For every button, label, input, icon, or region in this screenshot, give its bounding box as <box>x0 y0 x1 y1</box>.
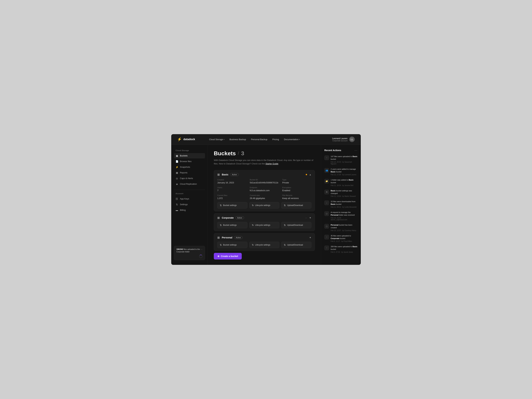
main-layout: Cloud Storage ▦ Buckets 📄 Browse files ⚡… <box>171 145 361 265</box>
upload-download-btn-personal[interactable]: ⇅ Upload/Download <box>281 242 311 248</box>
alert-icon: ◎ <box>176 177 178 180</box>
nav-documentation[interactable]: Documentation ▾ <box>282 137 302 142</box>
bucket-details-basic: Created: January 16, 2023 Bucket ID: 5d1… <box>214 179 315 202</box>
bucket-settings-btn-personal[interactable]: ⇅ Bucket settings <box>217 242 247 248</box>
action-text: A request to manage the Personal folder … <box>331 211 357 216</box>
bucket-header-personal: ▦ Personal Active ▼ <box>214 233 315 242</box>
bucket-name-basic: Basic <box>222 173 228 176</box>
action-text: 289 files were uploaded to Basic bucket <box>331 245 357 251</box>
sidebar-item-app-keys[interactable]: ⚿ App Keys <box>174 196 205 202</box>
page-header: Buckets / 3 <box>214 150 315 157</box>
sidebar-item-buckets[interactable]: ▦ Buckets <box>174 153 205 158</box>
action-meta: Feb 10, 12:57 · by Courtney Henry <box>331 230 357 231</box>
upload-download-icon: ⇅ <box>284 244 286 246</box>
header: ⚡ datadock Cloud Storage ▾ Business Back… <box>171 134 361 145</box>
bucket-action-buttons-basic: ⇅ Bucket settings ↻ Lifecycle settings ⇅… <box>214 202 315 211</box>
recent-action-item: ↑ 289 files were uploaded to Basic bucke… <box>324 245 357 253</box>
sidebar-item-billing[interactable]: ▬ Billing <box>174 208 205 213</box>
recent-actions-title: Recent Actions <box>324 149 341 152</box>
bucket-settings-btn-corporate[interactable]: ⇅ Bucket settings <box>217 222 247 228</box>
bucket-count: 3 <box>241 150 244 157</box>
replication-icon: ◈ <box>176 183 178 185</box>
user-name: Leonard Lauren <box>332 137 348 140</box>
sidebar-item-reports[interactable]: ▦ Reports <box>174 170 205 175</box>
bucket-card-icon: ▦ <box>217 173 220 176</box>
recent-action-item: ◻ Personal bucket has been created Feb 1… <box>324 224 357 231</box>
bucket-header-corporate: ▦ Corporate Active ··· ▼ <box>214 214 315 222</box>
lifecycle-settings-btn-corporate[interactable]: ↻ Lifecycle settings <box>249 222 279 228</box>
upload-status-widget: 196/342 files uploaded to the Corporate … <box>174 246 205 260</box>
content-area: Buckets / 3 With Datadock Cloud Storage … <box>208 145 321 265</box>
nav-business-backup[interactable]: Business Backup <box>228 137 248 142</box>
plus-circle-icon: ⊕ <box>217 255 219 258</box>
recent-action-item: 📁 1 folder was added to Basic bucket Feb… <box>324 178 357 186</box>
status-badge-corporate: Active <box>235 216 244 219</box>
logo-area: ⚡ datadock <box>177 137 197 141</box>
action-text: 15 files were downloaded from Basic buck… <box>331 200 357 206</box>
nav-personal-backup[interactable]: Personal Backup <box>249 137 269 142</box>
request-action-icon: ◻ <box>324 211 329 216</box>
starter-guide-link[interactable]: Starter Guide <box>266 162 278 165</box>
action-text: 147 files were uploaded to Basic bucket <box>331 155 357 161</box>
bucket-settings-btn-basic[interactable]: ⇅ Bucket settings <box>217 202 247 209</box>
sidebar-item-cloud-replication[interactable]: ◈ Cloud Replication <box>174 181 205 187</box>
sidebar-item-caps-alerts[interactable]: ◎ Caps & Alerts <box>174 176 205 181</box>
upload-download-btn-basic[interactable]: ⇅ Upload/Download <box>281 202 311 209</box>
nav-cloud-storage[interactable]: Cloud Storage ▾ <box>207 137 226 142</box>
logo-icon: ⚡ <box>177 137 182 141</box>
recent-action-item: ↑ 147 files were uploaded to Basic bucke… <box>324 155 357 165</box>
user-info: Leonard Lauren Corporate account <box>332 137 348 142</box>
page-description: With Datadock Cloud Storage you can stor… <box>214 158 315 165</box>
bucket-card-personal: ▦ Personal Active ▼ ⇅ Bucket settings ↻ … <box>214 233 315 251</box>
download-action-icon: ↓ <box>324 201 329 205</box>
bucket-collapse-basic[interactable]: ▲ <box>309 173 311 176</box>
bucket-expand-corporate[interactable]: ▼ <box>309 216 311 219</box>
detail-current-size: Current size: 29.48 gigabytes <box>250 194 279 200</box>
action-meta: Feb 11, 18:34 · by Jerome Bell <box>331 184 357 186</box>
status-badge-basic: Active <box>230 173 239 176</box>
upload-spinner <box>199 255 203 258</box>
action-meta: Feb 11, 09:21 · by Leslie Alexander <box>331 206 357 208</box>
settings-btn-icon: ⇅ <box>220 244 222 246</box>
recent-action-item: ↓ 15 files were downloaded from Basic bu… <box>324 200 357 208</box>
bucket-card-icon-personal: ▦ <box>217 236 220 239</box>
bucket-action-buttons-corporate: ⇅ Bucket settings ↻ Lifecycle settings ⇅… <box>214 222 315 231</box>
recent-actions-header: Recent Actions ··· <box>324 149 357 152</box>
reports-icon: ▦ <box>176 171 178 174</box>
detail-endpoint: Endpoint: fc3.us.datadock.com <box>250 187 279 192</box>
chevron-down-icon: ▾ <box>299 139 300 140</box>
sidebar-item-browse-files[interactable]: 📄 Browse files <box>174 159 205 164</box>
chevron-down-icon: ▾ <box>224 139 224 140</box>
action-meta: Feb 10, 15:36 · darren_w@icloud.com <box>331 217 357 221</box>
detail-file-lifecycle: File lifecycle: Keep all versions <box>282 194 311 200</box>
bucket-card-icon-corporate: ▦ <box>217 216 220 219</box>
action-text: 35 files were uploaded to Corporate buck… <box>331 234 357 240</box>
upload-download-btn-corporate[interactable]: ⇅ Upload/Download <box>281 222 311 228</box>
action-meta: Feb 9, 11:17 · by Floyd Miles <box>331 241 357 242</box>
bucket-card-corporate: ▦ Corporate Active ··· ▼ ⇅ Bucket settin… <box>214 213 315 231</box>
detail-created: Created: January 16, 2023 <box>217 179 246 184</box>
create-bucket-button[interactable]: ⊕ Create a bucket <box>214 253 242 260</box>
sidebar-section-cloud-storage: Cloud Storage <box>174 149 205 152</box>
action-text: 2 users were added to manage Basic bucke… <box>331 168 357 173</box>
billing-icon: ▬ <box>176 209 178 211</box>
recent-actions-more-icon[interactable]: ··· <box>355 149 357 152</box>
folder-action-icon: 📁 <box>324 179 329 184</box>
file-icon: 📄 <box>176 160 178 163</box>
avatar[interactable]: LL <box>349 137 355 142</box>
bucket-card-basic: ▦ Basic Active ▲ Created: January 16, 20… <box>214 170 315 211</box>
lifecycle-settings-btn-personal[interactable]: ↻ Lifecycle settings <box>249 242 279 248</box>
recent-action-item: ⚙ Basic bucket settings was changed Feb … <box>324 189 357 197</box>
lifecycle-settings-btn-basic[interactable]: ↻ Lifecycle settings <box>249 202 279 209</box>
bucket-header-basic: ▦ Basic Active ▲ <box>214 170 315 179</box>
user-role: Corporate account <box>332 140 348 142</box>
bucket-expand-personal[interactable]: ▼ <box>309 236 311 239</box>
key-icon: ⚿ <box>176 197 178 200</box>
nav-pricing[interactable]: Pricing <box>270 137 281 142</box>
sidebar-item-snapshots[interactable]: ⚡ Snapshots <box>174 165 205 170</box>
upload-more-icon[interactable]: ··· <box>201 248 203 251</box>
recent-action-item: ◻ A request to manage the Personal folde… <box>324 211 357 221</box>
sidebar-item-settings[interactable]: ⇅ Settings <box>174 202 205 207</box>
sidebar-section-account: Account <box>174 192 205 195</box>
settings-icon: ⇅ <box>176 203 178 206</box>
